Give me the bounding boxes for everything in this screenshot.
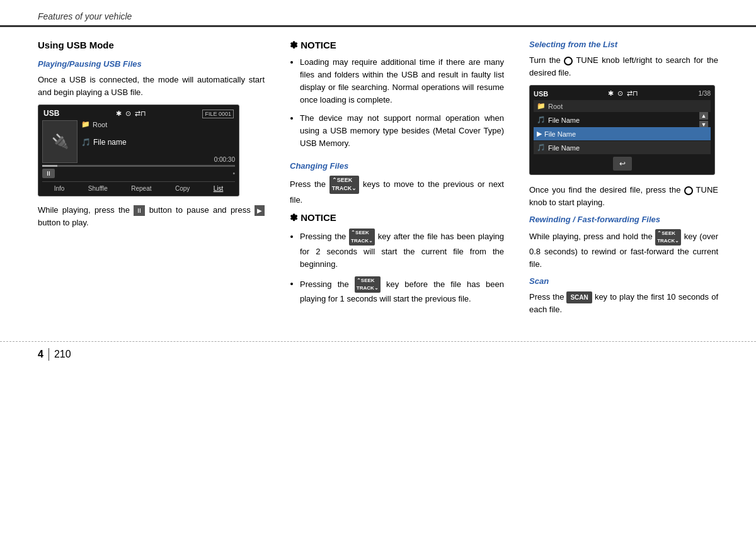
- usb-toolbar: Info Shuffle Repeat Copy List: [42, 181, 235, 192]
- notice-box-1: ✽ NOTICE Loading may require additional …: [290, 40, 504, 150]
- tune-circle-icon-2: [684, 186, 693, 195]
- scan-text: Press the SCAN key to play the first 10 …: [529, 291, 718, 316]
- usb-list-screen: USB ✱ ⊙ ⇄⊓ 1/38 📁 Root 🎵 File Name ▲ ▼: [529, 85, 715, 175]
- usb-screen-header: USB ✱ ⊙ ⇄⊓ FILE 0001: [42, 109, 235, 118]
- pause-icon-btn: ⏸: [134, 205, 145, 216]
- notice2-item1: Pressing the ⌃SEEKTRACK⌄ key after the f…: [300, 229, 504, 271]
- play-icon-2: ▶: [537, 130, 542, 138]
- footer-divider: [49, 348, 49, 361]
- notice-box-2: ✽ NOTICE Pressing the ⌃SEEKTRACK⌄ key af…: [290, 212, 504, 305]
- pause-button[interactable]: ⏸: [42, 169, 55, 178]
- content-area: Using USB Mode Playing/Pausing USB Files…: [0, 27, 756, 335]
- back-button[interactable]: ↩: [613, 157, 632, 171]
- play-icon-btn: ▶: [255, 205, 265, 216]
- usb-progress-bar: [42, 165, 235, 167]
- footer-page-num: 4 210: [38, 348, 71, 361]
- seek-track-btn-1: ⌃SEEKTRACK⌄: [329, 176, 360, 194]
- notice2-list: Pressing the ⌃SEEKTRACK⌄ key after the f…: [290, 229, 504, 305]
- scroll-up-arrow[interactable]: ▲: [699, 112, 708, 120]
- usb-progress-fill: [42, 165, 57, 167]
- selecting-text: Turn the TUNE knob left/right to search …: [529, 54, 718, 79]
- usb-filename: 🎵 File name: [81, 138, 235, 147]
- file-row-1[interactable]: 🎵 File Name ▲ ▼: [534, 113, 711, 127]
- toolbar-repeat[interactable]: Repeat: [131, 185, 151, 192]
- usb-label: USB: [43, 109, 59, 118]
- list-counter: 1/38: [699, 90, 711, 97]
- usb-folder: 📁 Root: [81, 120, 235, 128]
- section-title: Using USB Mode: [38, 40, 265, 50]
- list-root-row: 📁 Root: [534, 100, 711, 112]
- usb-screen: USB ✱ ⊙ ⇄⊓ FILE 0001 🔌 📁 Root 🎵 File nam…: [38, 104, 239, 196]
- music-icon-3: 🎵: [537, 144, 546, 152]
- folder-icon: 📁: [81, 120, 90, 128]
- folder-icon-list: 📁: [537, 102, 546, 110]
- left-column: Using USB Mode Playing/Pausing USB Files…: [38, 40, 277, 322]
- middle-column: ✽ NOTICE Loading may require additional …: [277, 40, 517, 322]
- below-screen-text: While playing, press the ⏸ button to pau…: [38, 204, 265, 229]
- page-header: Features of your vehicle: [0, 0, 756, 27]
- notice1-header: ✽ NOTICE: [290, 40, 504, 51]
- seek-track-inline-2: ⌃SEEKTRACK⌄: [355, 276, 381, 293]
- usb-info: 📁 Root 🎵 File name 0:00:30: [81, 120, 235, 163]
- below-list-text: Once you find the desired file, press th…: [529, 184, 718, 208]
- tune-circle-icon: [564, 57, 573, 65]
- notice2-item2: Pressing the ⌃SEEKTRACK⌄ key before the …: [300, 276, 504, 306]
- right-column: Selecting from the List Turn the TUNE kn…: [517, 40, 718, 322]
- usb-status-icons: ✱ ⊙ ⇄⊓: [116, 110, 146, 118]
- notice1-item2: The device may not support normal operat…: [300, 112, 504, 150]
- usb-drive-icon: 🔌: [52, 133, 69, 150]
- seek-track-inline-1: ⌃SEEKTRACK⌄: [349, 229, 375, 246]
- subsection5-title: Scan: [529, 276, 718, 286]
- toolbar-list[interactable]: List: [214, 185, 224, 192]
- notice2-header: ✽ NOTICE: [290, 212, 504, 223]
- music-icon-1: 🎵: [537, 116, 546, 124]
- progress-dot: •: [232, 170, 235, 177]
- usb-main-area: 🔌 📁 Root 🎵 File name 0:00:30: [42, 120, 235, 163]
- list-usb-label: USB: [534, 90, 548, 98]
- subsection3-title: Selecting from the List: [529, 40, 718, 49]
- seek-track-btn-2: ⌃SEEKTRACK⌄: [655, 229, 681, 246]
- subsection1-text: Once a USB is connected, the mode will a…: [38, 74, 265, 98]
- file-list-container: 🎵 File Name ▲ ▼ ▶ File Name 🎵 File Name: [534, 113, 711, 154]
- toolbar-info[interactable]: Info: [54, 185, 65, 192]
- page-footer: 4 210: [0, 341, 756, 367]
- file-num-box: FILE 0001: [202, 110, 234, 118]
- file-row-3[interactable]: 🎵 File Name: [534, 141, 711, 154]
- usb-file-num: FILE 0001: [202, 110, 234, 117]
- subsection4-title: Rewinding / Fast-forwarding Files: [529, 215, 718, 224]
- list-header-row: USB ✱ ⊙ ⇄⊓ 1/38: [534, 89, 711, 98]
- changing-files-text: Press the ⌃SEEKTRACK⌄ keys to move to th…: [290, 176, 504, 206]
- toolbar-shuffle[interactable]: Shuffle: [88, 185, 108, 192]
- scroll-arrows: ▲ ▼: [699, 112, 708, 128]
- subsection1-title: Playing/Pausing USB Files: [38, 59, 265, 69]
- list-status-icons: ✱ ⊙ ⇄⊓: [608, 89, 638, 98]
- header-title: Features of your vehicle: [38, 11, 132, 21]
- usb-progress-row: 0:00:30: [81, 156, 235, 163]
- usb-bottom-row: ⏸ •: [42, 169, 235, 178]
- toolbar-copy[interactable]: Copy: [175, 185, 190, 192]
- notice1-list: Loading may require additional time if t…: [290, 56, 504, 150]
- rewind-text: While playing, press and hold the ⌃SEEKT…: [529, 229, 718, 270]
- scan-button: SCAN: [566, 291, 592, 303]
- list-back-row: ↩: [534, 157, 711, 171]
- footer-chapter: 4: [38, 349, 43, 360]
- footer-page: 210: [54, 349, 71, 360]
- usb-thumb: 🔌: [42, 120, 77, 163]
- notice1-item1: Loading may require additional time if t…: [300, 56, 504, 107]
- file-row-2[interactable]: ▶ File Name: [534, 127, 711, 140]
- music-icon: 🎵: [81, 138, 91, 147]
- subsection2-title: Changing Files: [290, 161, 504, 171]
